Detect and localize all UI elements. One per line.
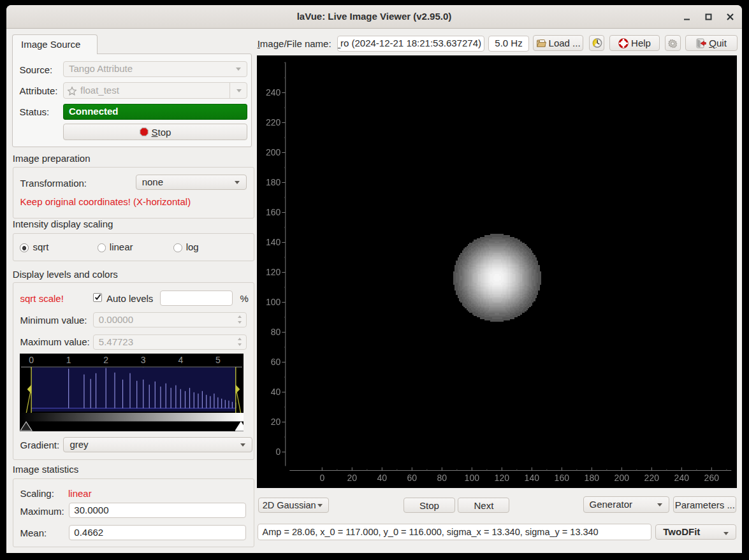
svg-text:140: 140 xyxy=(266,237,281,247)
svg-text:200: 200 xyxy=(614,473,629,483)
svg-text:120: 120 xyxy=(494,473,509,483)
svg-text:20: 20 xyxy=(270,417,280,427)
svg-text:3: 3 xyxy=(141,355,146,365)
svg-text:240: 240 xyxy=(674,473,689,483)
svg-text:80: 80 xyxy=(437,473,447,483)
svg-text:1: 1 xyxy=(66,355,71,365)
svg-text:5: 5 xyxy=(215,355,221,365)
svg-text:40: 40 xyxy=(270,387,280,397)
svg-text:220: 220 xyxy=(644,473,659,483)
svg-text:260: 260 xyxy=(704,473,719,483)
svg-text:180: 180 xyxy=(266,177,281,187)
svg-text:0: 0 xyxy=(319,473,324,483)
svg-text:40: 40 xyxy=(377,473,387,483)
svg-text:2: 2 xyxy=(103,355,108,365)
svg-text:140: 140 xyxy=(524,473,539,483)
svg-text:160: 160 xyxy=(554,473,569,483)
svg-text:120: 120 xyxy=(266,267,281,277)
svg-text:100: 100 xyxy=(266,297,281,307)
svg-text:160: 160 xyxy=(266,207,281,217)
svg-text:220: 220 xyxy=(266,117,281,127)
svg-text:200: 200 xyxy=(266,147,281,157)
svg-text:80: 80 xyxy=(270,327,280,337)
svg-text:60: 60 xyxy=(270,357,280,367)
svg-text:180: 180 xyxy=(584,473,599,483)
svg-text:20: 20 xyxy=(347,473,357,483)
svg-text:0: 0 xyxy=(275,447,280,457)
svg-text:100: 100 xyxy=(464,473,479,483)
svg-text:240: 240 xyxy=(266,87,281,97)
svg-text:60: 60 xyxy=(407,473,417,483)
svg-text:0: 0 xyxy=(29,355,34,365)
svg-text:4: 4 xyxy=(178,355,183,365)
